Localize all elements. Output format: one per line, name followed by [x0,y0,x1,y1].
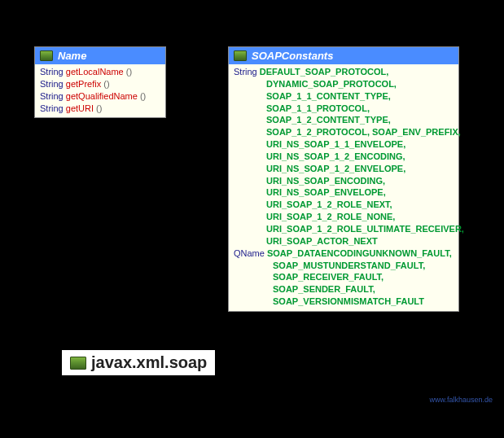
constant-name: SOAP_RECEIVER_FAULT, [273,272,383,282]
class-header-soapconstants: SOAPConstants [229,47,458,64]
constant-row: SOAP_1_2_CONTENT_TYPE, [234,114,454,126]
return-type: String [40,91,66,101]
field-type: String [234,67,260,77]
constant-row: SOAP_SENDER_FAULT, [234,283,454,296]
method-row: String getLocalName () [40,66,160,78]
return-type: String [40,67,66,77]
constant-row: SOAP_MUSTUNDERSTAND_FAULT, [234,260,454,272]
constant-row: URI_SOAP_1_2_ROLE_NEXT, [234,199,454,211]
class-title: SOAPConstants [252,50,333,62]
constant-name: SOAP_VERSIONMISMATCH_FAULT [273,296,424,306]
parens: () [140,91,146,101]
parens: () [126,67,132,77]
constant-name: DYNAMIC_SOAP_PROTOCOL, [266,79,397,89]
constant-name: URI_SOAP_ACTOR_NEXT [266,236,378,246]
method-name: getURI [66,103,96,113]
constant-name: URI_NS_SOAP_1_2_ENVELOPE, [266,164,405,173]
constant-row: SOAP_VERSIONMISMATCH_FAULT [234,296,454,308]
interface-icon [40,50,53,61]
return-type: String [40,103,66,113]
constant-row: SOAP_1_1_CONTENT_TYPE, [234,90,454,103]
class-box-soapconstants: SOAPConstants String DEFAULT_SOAP_PROTOC… [228,46,459,312]
constant-name: URI_NS_SOAP_ENVELOPE, [266,187,386,197]
constant-name: URI_NS_SOAP_1_1_ENVELOPE, [266,139,405,149]
constant-name: DEFAULT_SOAP_PROTOCOL, [260,67,389,77]
method-name: getLocalName [66,67,126,77]
constant-row: SOAP_1_2_PROTOCOL, SOAP_ENV_PREFIX, [234,126,454,138]
constant-row: URI_SOAP_ACTOR_NEXT [234,235,454,247]
package-label: javax.xml.soap [62,350,215,375]
constant-name: SOAP_1_2_PROTOCOL, SOAP_ENV_PREFIX, [266,127,461,137]
constant-row: URI_SOAP_1_2_ROLE_NONE, [234,211,454,223]
constant-row: QName SOAP_DATAENCODINGUNKNOWN_FAULT, [234,247,454,260]
class-body-soapconstants: String DEFAULT_SOAP_PROTOCOL,DYNAMIC_SOA… [229,64,458,311]
package-icon [70,357,86,370]
constant-name: SOAP_1_1_CONTENT_TYPE, [266,91,391,101]
constant-row: URI_NS_SOAP_1_2_ENCODING, [234,151,454,163]
method-row: String getPrefix () [40,78,160,90]
class-title: Name [58,50,86,62]
package-name-text: javax.xml.soap [91,353,207,372]
constant-row: DYNAMIC_SOAP_PROTOCOL, [234,78,454,90]
constant-name: URI_SOAP_1_2_ROLE_ULTIMATE_RECEIVER, [266,224,464,234]
class-header-name: Name [35,47,165,64]
constant-name: URI_SOAP_1_2_ROLE_NONE, [266,212,395,221]
constant-row: URI_SOAP_1_2_ROLE_ULTIMATE_RECEIVER, [234,223,454,235]
constant-name: SOAP_SENDER_FAULT, [273,284,375,294]
method-row: String getURI () [40,103,160,115]
constant-name: SOAP_DATAENCODINGUNKNOWN_FAULT, [267,248,452,258]
constant-row: URI_NS_SOAP_ENVELOPE, [234,186,454,199]
method-name: getPrefix [66,79,103,89]
class-body-name: String getLocalName ()String getPrefix (… [35,64,165,117]
parens: () [96,103,102,113]
constant-name: SOAP_1_2_CONTENT_TYPE, [266,115,391,125]
constant-row: URI_NS_SOAP_1_2_ENVELOPE, [234,163,454,175]
constant-row: String DEFAULT_SOAP_PROTOCOL, [234,66,454,78]
constant-name: URI_NS_SOAP_1_2_ENCODING, [266,151,405,161]
constant-name: SOAP_MUSTUNDERSTAND_FAULT, [273,261,425,270]
constant-name: SOAP_1_1_PROTOCOL, [266,103,370,113]
method-name: getQualifiedName [66,91,140,101]
class-box-name: Name String getLocalName ()String getPre… [34,46,166,118]
constant-row: URI_NS_SOAP_ENCODING, [234,175,454,187]
constant-row: SOAP_1_1_PROTOCOL, [234,103,454,115]
return-type: String [40,79,66,89]
constant-name: URI_SOAP_1_2_ROLE_NEXT, [266,199,392,209]
field-type: QName [234,248,267,258]
credit-link: www.falkhausen.de [429,396,493,404]
constant-row: SOAP_RECEIVER_FAULT, [234,271,454,283]
interface-icon [234,50,247,61]
method-row: String getQualifiedName () [40,90,160,103]
constant-name: URI_NS_SOAP_ENCODING, [266,176,385,186]
constant-row: URI_NS_SOAP_1_1_ENVELOPE, [234,138,454,151]
parens: () [103,79,109,89]
